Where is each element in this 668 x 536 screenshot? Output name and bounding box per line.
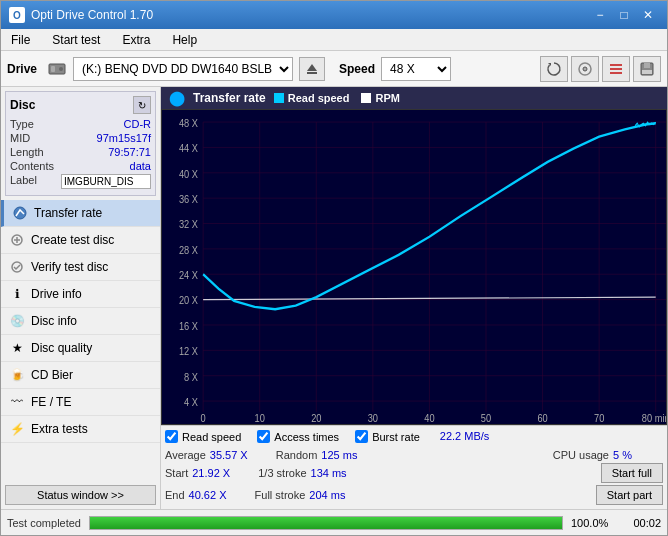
svg-text:0: 0 (201, 412, 207, 424)
title-bar-left: O Opti Drive Control 1.70 (9, 7, 153, 23)
disc-type-row: Type CD-R (10, 118, 151, 130)
svg-rect-10 (610, 72, 622, 74)
random-stat: Random 125 ms (276, 449, 372, 461)
legend-rpm-label: RPM (375, 92, 399, 104)
end-stat: End 40.62 X (165, 489, 239, 501)
disc-contents-value: data (130, 160, 151, 172)
disc-type-value: CD-R (124, 118, 152, 130)
nav-cd-bier[interactable]: 🍺 CD Bier (1, 362, 160, 389)
svg-rect-9 (610, 68, 622, 70)
random-label: Random (276, 449, 318, 461)
maximize-button[interactable]: □ (613, 6, 635, 24)
access-times-checkbox[interactable] (257, 430, 270, 443)
svg-text:24 X: 24 X (179, 269, 198, 281)
disc-info-icon: 💿 (9, 313, 25, 329)
status-percent: 100.0% (571, 517, 613, 529)
cpu-label: CPU usage (553, 449, 609, 461)
nav-disc-quality[interactable]: ★ Disc quality (1, 335, 160, 362)
svg-text:28 X: 28 X (179, 244, 198, 256)
drive-info-icon: ℹ (9, 286, 25, 302)
toolbar-icons (540, 56, 661, 82)
disc-contents-row: Contents data (10, 160, 151, 172)
progress-bar (89, 516, 563, 530)
menu-bar: File Start test Extra Help (1, 29, 667, 51)
refresh-icon[interactable] (540, 56, 568, 82)
status-window-button[interactable]: Status window >> (5, 485, 156, 505)
svg-text:60: 60 (537, 412, 548, 424)
drive-selector[interactable]: (K:) BENQ DVD DD DW1640 BSLB (73, 57, 293, 81)
average-label: Average (165, 449, 206, 461)
nav-create-test-disc[interactable]: Create test disc (1, 227, 160, 254)
nav-drive-info-label: Drive info (31, 287, 82, 301)
menu-extra[interactable]: Extra (116, 31, 156, 49)
start-label: Start (165, 467, 188, 479)
start-part-button[interactable]: Start part (596, 485, 663, 505)
window-controls: − □ ✕ (589, 6, 659, 24)
drive-label: Drive (7, 62, 37, 76)
checkbox-access-times[interactable]: Access times (257, 430, 339, 443)
stroke1-label: 1/3 stroke (258, 467, 306, 479)
minimize-button[interactable]: − (589, 6, 611, 24)
eject-button[interactable] (299, 57, 325, 81)
svg-text:80 min: 80 min (642, 412, 666, 424)
progress-bar-fill (90, 517, 562, 529)
menu-file[interactable]: File (5, 31, 36, 49)
nav-verify-test-disc[interactable]: Verify test disc (1, 254, 160, 281)
disc-refresh-button[interactable]: ↻ (133, 96, 151, 114)
disc-quality-icon: ★ (9, 340, 25, 356)
nav-extra-tests[interactable]: ⚡ Extra tests (1, 416, 160, 443)
checkbox-burst-rate[interactable]: Burst rate (355, 430, 420, 443)
disc-mid-label: MID (10, 132, 30, 144)
stroke2-label: Full stroke (255, 489, 306, 501)
svg-text:36 X: 36 X (179, 193, 198, 205)
svg-text:70: 70 (594, 412, 605, 424)
stats-row-1: Average 35.57 X Random 125 ms CPU usage … (165, 449, 663, 461)
create-test-disc-icon (9, 232, 25, 248)
speed-selector[interactable]: 48 X (381, 57, 451, 81)
svg-rect-1 (51, 66, 55, 72)
stats-area: Average 35.57 X Random 125 ms CPU usage … (161, 445, 667, 509)
stats-row-3: End 40.62 X Full stroke 204 ms Start par… (165, 485, 663, 505)
svg-text:40: 40 (424, 412, 435, 424)
app-title: Opti Drive Control 1.70 (31, 8, 153, 22)
disc-label-label: Label (10, 174, 37, 189)
settings-icon[interactable] (602, 56, 630, 82)
chart-controls: Read speed Access times Burst rate 22.2 … (161, 425, 667, 445)
svg-text:12 X: 12 X (179, 345, 198, 357)
svg-text:50: 50 (481, 412, 492, 424)
svg-text:4 X: 4 X (184, 396, 198, 408)
svg-rect-19 (162, 110, 666, 424)
svg-rect-8 (610, 64, 622, 66)
menu-start-test[interactable]: Start test (46, 31, 106, 49)
status-time: 00:02 (621, 517, 661, 529)
disc-icon[interactable] (571, 56, 599, 82)
nav-fe-te-label: FE / TE (31, 395, 71, 409)
close-button[interactable]: ✕ (637, 6, 659, 24)
drive-icon (47, 59, 67, 79)
svg-rect-12 (644, 63, 650, 68)
content-panel: ⬤ Transfer rate Read speed RPM (161, 87, 667, 509)
nav-fe-te[interactable]: 〰 FE / TE (1, 389, 160, 416)
svg-point-14 (14, 207, 26, 219)
nav-verify-test-disc-label: Verify test disc (31, 260, 108, 274)
read-speed-checkbox[interactable] (165, 430, 178, 443)
nav-disc-info[interactable]: 💿 Disc info (1, 308, 160, 335)
svg-text:16 X: 16 X (179, 320, 198, 332)
nav-transfer-rate[interactable]: Transfer rate (1, 200, 160, 227)
start-full-button[interactable]: Start full (601, 463, 663, 483)
disc-label-input[interactable] (61, 174, 151, 189)
nav-drive-info[interactable]: ℹ Drive info (1, 281, 160, 308)
burst-rate-label: Burst rate (372, 431, 420, 443)
cd-bier-icon: 🍺 (9, 367, 25, 383)
burst-rate-value: 22.2 MB/s (440, 430, 490, 443)
burst-rate-checkbox[interactable] (355, 430, 368, 443)
extra-tests-icon: ⚡ (9, 421, 25, 437)
checkbox-read-speed[interactable]: Read speed (165, 430, 241, 443)
disc-length-value: 79:57:71 (108, 146, 151, 158)
status-text: Test completed (7, 517, 81, 529)
save-icon[interactable] (633, 56, 661, 82)
svg-point-7 (583, 67, 587, 71)
disc-length-label: Length (10, 146, 44, 158)
menu-help[interactable]: Help (166, 31, 203, 49)
transfer-rate-icon (12, 205, 28, 221)
